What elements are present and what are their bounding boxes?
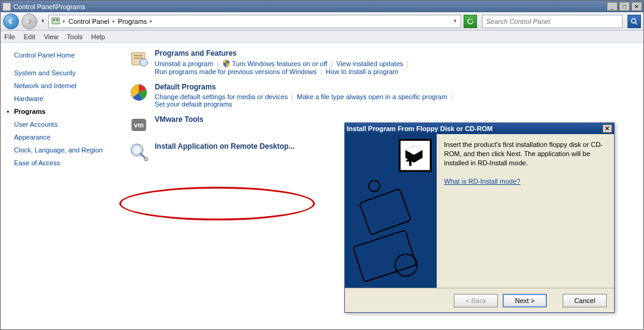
install-remote-icon — [129, 142, 149, 162]
svg-rect-6 — [134, 55, 142, 56]
shield-icon — [222, 59, 231, 68]
crumb-sep-icon: ▸ — [63, 18, 65, 24]
section-title[interactable]: Install Application on Remote Desktop... — [155, 142, 295, 151]
search-input[interactable] — [485, 17, 620, 26]
back-button[interactable] — [3, 13, 19, 29]
link-filetype[interactable]: Make a file type always open in a specif… — [297, 93, 448, 100]
link-change-defaults[interactable]: Change default settings for media or dev… — [155, 93, 288, 100]
svg-line-4 — [635, 23, 637, 24]
sidebar-item-system-security[interactable]: System and Security — [14, 69, 117, 77]
install-dialog: Install Program From Floppy Disk or CD-R… — [344, 122, 615, 313]
link-run-prev[interactable]: Run programs made for previous versions … — [155, 68, 317, 75]
sidebar-item-ease-access[interactable]: Ease of Access — [14, 159, 117, 167]
app-icon — [2, 2, 11, 11]
addr-drop-icon[interactable]: ▼ — [453, 18, 457, 24]
dialog-close-button[interactable]: ✕ — [602, 124, 612, 133]
next-button[interactable]: Next > — [503, 294, 547, 307]
sidebar-item-home[interactable]: Control Panel Home — [14, 51, 117, 59]
svg-point-8 — [140, 59, 147, 66]
nav-toolbar: ▼ ▸ Control Panel ▸ Programs ▸ ▼ — [1, 12, 643, 31]
search-button[interactable] — [627, 15, 641, 28]
title-bar: Control Panel\Programs _ □ ✕ — [1, 1, 643, 12]
cancel-button[interactable]: Cancel — [563, 294, 607, 307]
history-dropdown[interactable]: ▼ — [40, 13, 46, 29]
menu-file[interactable]: File — [4, 33, 15, 40]
section-title[interactable]: Programs and Features — [155, 49, 412, 58]
dialog-title-bar[interactable]: Install Program From Floppy Disk or CD-R… — [345, 123, 614, 134]
link-view-updates[interactable]: View installed updates — [336, 60, 403, 67]
programs-features-icon — [129, 49, 149, 69]
search-icon — [631, 18, 638, 25]
link-turn-features[interactable]: Turn Windows features on or off — [232, 60, 327, 67]
link-uninstall[interactable]: Uninstall a program — [155, 60, 213, 67]
refresh-icon — [467, 18, 474, 25]
menu-edit[interactable]: Edit — [24, 33, 35, 40]
window-title: Control Panel\Programs — [13, 3, 85, 10]
dialog-graphic — [345, 134, 437, 288]
crumb-control-panel[interactable]: Control Panel — [68, 18, 109, 25]
sidebar: Control Panel Home System and Security N… — [1, 43, 123, 329]
menu-bar: File Edit View Tools Help — [1, 31, 643, 43]
arrow-right-icon — [26, 18, 33, 25]
sidebar-item-user-accounts[interactable]: User Accounts — [14, 121, 117, 128]
svg-point-3 — [632, 18, 636, 23]
search-box[interactable] — [482, 15, 623, 28]
link-set-defaults[interactable]: Set your default programs — [155, 100, 232, 108]
default-programs-icon — [129, 83, 149, 102]
sidebar-item-clock-lang[interactable]: Clock, Language, and Region — [14, 146, 117, 154]
menu-tools[interactable]: Tools — [67, 33, 83, 40]
dialog-body-text: Insert the product's first installation … — [444, 140, 607, 168]
sidebar-item-hardware[interactable]: Hardware — [14, 95, 117, 102]
sidebar-item-appearance[interactable]: Appearance — [14, 133, 117, 141]
address-bar[interactable]: ▸ Control Panel ▸ Programs ▸ ▼ — [48, 15, 461, 28]
svg-rect-0 — [52, 18, 59, 24]
menu-help[interactable]: Help — [91, 33, 105, 40]
dialog-button-row: < Back Next > Cancel — [345, 288, 614, 313]
link-how-install[interactable]: How to install a program — [326, 68, 399, 75]
svg-rect-7 — [134, 58, 142, 59]
control-panel-icon — [51, 17, 60, 26]
svg-point-12 — [144, 157, 148, 161]
svg-point-11 — [133, 146, 141, 154]
section-title[interactable]: VMware Tools — [155, 115, 204, 124]
svg-rect-1 — [53, 19, 55, 21]
crumb-sep-icon: ▸ — [113, 18, 115, 24]
back-button: < Back — [454, 294, 498, 307]
annotation-circle — [119, 187, 315, 220]
svg-rect-2 — [56, 19, 58, 21]
menu-view[interactable]: View — [44, 33, 59, 40]
sidebar-item-programs[interactable]: Programs — [14, 108, 117, 115]
minimize-button[interactable]: _ — [607, 2, 618, 11]
crumb-programs[interactable]: Programs — [118, 18, 147, 25]
arrow-left-icon — [7, 18, 15, 25]
forward-button[interactable] — [21, 13, 37, 29]
maximize-button[interactable]: □ — [619, 2, 630, 11]
dialog-title: Install Program From Floppy Disk or CD-R… — [347, 125, 492, 132]
refresh-button[interactable] — [464, 15, 477, 28]
sidebar-item-network[interactable]: Network and Internet — [14, 82, 117, 89]
section-default-programs: Default Programs Change default settings… — [129, 83, 637, 108]
rd-install-link[interactable]: What is RD-Install mode? — [444, 178, 520, 185]
crumb-sep-icon: ▸ — [150, 18, 152, 24]
vmware-icon: vm — [129, 115, 149, 135]
close-button[interactable]: ✕ — [631, 2, 642, 11]
section-title[interactable]: Default Programs — [155, 83, 456, 91]
section-programs-features: Programs and Features Uninstall a progra… — [129, 49, 637, 75]
dialog-content: Insert the product's first installation … — [437, 134, 614, 288]
